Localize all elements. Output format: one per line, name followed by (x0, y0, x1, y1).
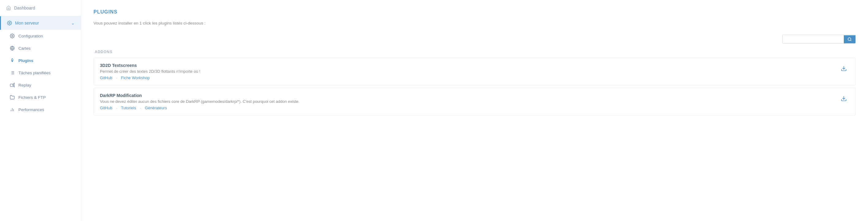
addons-section-label: ADDONS (93, 50, 856, 54)
sidebar-item-label: Tâches planifiées (19, 71, 51, 75)
page-title: PLUGINS (93, 9, 856, 15)
home-icon (6, 5, 11, 10)
addon-links: GitHub - Fiche Workshop (100, 76, 838, 80)
main-content: PLUGINS Vous pouvez installer en 1 click… (81, 0, 868, 221)
camera-icon (10, 83, 15, 87)
sidebar-item-label: Replay (19, 83, 31, 87)
addon-info: DarkRP Modification Vous ne devez éditer… (100, 93, 838, 110)
server-label: Mon serveur (15, 21, 39, 26)
sidebar-item-label: Configuration (19, 34, 43, 38)
download-icon (841, 65, 847, 72)
addon-card: 3D2D Textscreens Permet de créer des tex… (93, 58, 856, 85)
flame-icon (10, 58, 15, 63)
search-icon (847, 37, 852, 42)
sidebar-item-label: Cartes (19, 46, 31, 51)
search-input[interactable] (782, 35, 844, 43)
addon-links: GitHub - Tutoriels - Générateurs (100, 106, 838, 110)
addon-info: 3D2D Textscreens Permet de créer des tex… (100, 63, 838, 80)
server-section-header[interactable]: Mon serveur ⌄ (0, 16, 81, 30)
sidebar-item-plugins[interactable]: Plugins (0, 54, 81, 66)
gear-icon (7, 21, 12, 26)
addon-link-tutoriels[interactable]: Tutoriels (121, 106, 136, 110)
sidebar-item-taches[interactable]: Tâches planifiées (0, 66, 81, 79)
sidebar-item-fichiers[interactable]: Fichiers & FTP (0, 91, 81, 104)
dashboard-label: Dashboard (14, 5, 35, 10)
addon-desc: Permet de créer des textes 2D/3D flottan… (100, 69, 838, 74)
search-bar-row (93, 35, 856, 44)
svg-point-1 (12, 35, 13, 36)
download-button[interactable] (838, 64, 849, 73)
addon-link-github[interactable]: GitHub (100, 106, 112, 110)
svg-line-16 (850, 40, 851, 41)
folder-icon (10, 95, 15, 100)
sidebar-item-label: Plugins (19, 58, 33, 63)
chevron-down-icon: ⌄ (71, 21, 75, 26)
link-separator: - (116, 106, 117, 110)
dashboard-item[interactable]: Dashboard (0, 0, 81, 16)
addon-link-github[interactable]: GitHub (100, 76, 112, 80)
svg-point-0 (9, 22, 10, 24)
addon-desc: Vous ne devez éditer aucun des fichiers … (100, 99, 838, 104)
search-bar (782, 35, 856, 44)
bar-chart-icon (10, 107, 15, 112)
search-button[interactable] (844, 35, 856, 43)
link-separator: - (140, 106, 141, 110)
addon-name: DarkRP Modification (100, 93, 838, 98)
link-separator: - (116, 76, 117, 80)
sidebar-item-label: Performances (19, 107, 44, 112)
intro-text: Vous pouvez installer en 1 click les plu… (93, 21, 856, 26)
addon-name: 3D2D Textscreens (100, 63, 838, 68)
download-button[interactable] (838, 94, 849, 103)
sidebar-item-cartes[interactable]: Cartes (0, 42, 81, 54)
sidebar-item-performances[interactable]: Performances (0, 104, 81, 116)
gear-icon (10, 33, 15, 38)
sidebar-item-configuration[interactable]: Configuration (0, 30, 81, 42)
list-icon (10, 70, 15, 75)
addon-link-workshop[interactable]: Fiche Workshop (121, 76, 150, 80)
sidebar-item-replay[interactable]: Replay (0, 79, 81, 91)
svg-point-15 (848, 37, 851, 40)
download-icon (841, 95, 847, 102)
addon-link-generateurs[interactable]: Générateurs (145, 106, 167, 110)
sidebar-menu: Configuration Cartes Plugins (0, 30, 81, 116)
globe-icon (10, 46, 15, 51)
sidebar: Dashboard Mon serveur ⌄ Configuration Ca… (0, 0, 81, 221)
addon-card: DarkRP Modification Vous ne devez éditer… (93, 88, 856, 115)
sidebar-item-label: Fichiers & FTP (19, 95, 46, 100)
